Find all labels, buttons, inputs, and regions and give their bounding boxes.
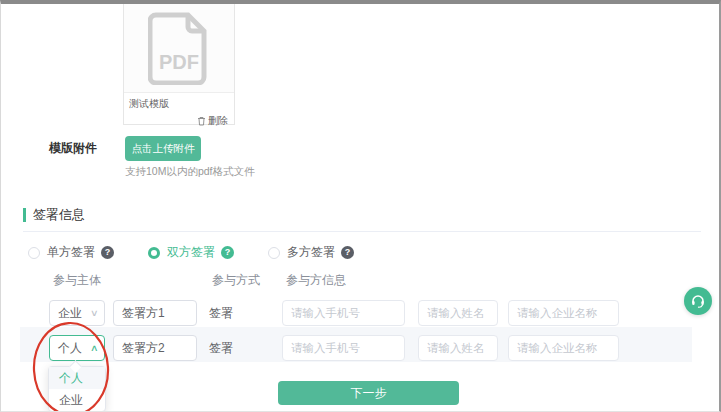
chevron-down-icon: ∨ bbox=[90, 308, 99, 318]
signer-name-input-row1[interactable] bbox=[113, 300, 197, 326]
radio-circle-icon bbox=[268, 247, 280, 259]
subject-select-row1-value: 企业 bbox=[58, 305, 82, 322]
headset-icon bbox=[690, 293, 706, 309]
phone-input-row1[interactable] bbox=[282, 300, 405, 326]
radio-two-party[interactable]: 双方签署 ? bbox=[148, 244, 234, 261]
column-header-mode: 参与方式 bbox=[212, 272, 260, 289]
section-accent-bar bbox=[23, 208, 26, 222]
dropdown-option-individual[interactable]: 个人 bbox=[49, 367, 105, 389]
question-icon[interactable]: ? bbox=[101, 246, 114, 259]
radio-multi-party[interactable]: 多方签署 ? bbox=[268, 244, 354, 261]
subject-select-row2[interactable]: 个人 ∧ bbox=[49, 335, 105, 361]
file-name: 测试模版 bbox=[124, 93, 234, 112]
upload-hint: 支持10M以内的pdf格式文件 bbox=[125, 165, 255, 179]
radio-circle-icon bbox=[148, 247, 160, 259]
chevron-up-icon: ∧ bbox=[90, 343, 99, 353]
uploaded-file-card: PDF 测试模版 删除 bbox=[123, 4, 235, 125]
delete-file-button[interactable]: 删除 bbox=[124, 112, 234, 128]
subject-select-row1[interactable]: 企业 ∨ bbox=[49, 300, 105, 326]
upload-attachment-button[interactable]: 点击上传附件 bbox=[125, 136, 201, 161]
dropdown-option-enterprise[interactable]: 企业 bbox=[49, 389, 105, 411]
pdf-file-icon: PDF bbox=[148, 11, 210, 85]
column-header-party-info: 参与方信息 bbox=[286, 272, 346, 289]
question-icon[interactable]: ? bbox=[221, 246, 234, 259]
participation-mode-row1: 签署 bbox=[209, 305, 233, 322]
next-step-button[interactable]: 下一步 bbox=[278, 381, 459, 405]
person-name-input-row1[interactable] bbox=[418, 300, 498, 326]
radio-circle-icon bbox=[28, 247, 40, 259]
column-header-subject: 参与主体 bbox=[53, 272, 101, 289]
subject-dropdown-menu: 个人 企业 bbox=[48, 366, 106, 412]
radio-multi-party-label: 多方签署 bbox=[287, 244, 335, 261]
sign-info-section-title: 签署信息 bbox=[23, 206, 85, 224]
participation-mode-row2: 签署 bbox=[209, 340, 233, 357]
company-name-input-row1[interactable] bbox=[508, 300, 619, 326]
delete-file-label: 删除 bbox=[208, 114, 228, 128]
person-name-input-row2[interactable] bbox=[418, 335, 498, 361]
subject-select-row2-value: 个人 bbox=[58, 340, 82, 357]
customer-service-button[interactable] bbox=[684, 287, 712, 315]
pdf-preview: PDF bbox=[124, 4, 234, 93]
sign-mode-radio-group: 单方签署 ? 双方签署 ? 多方签署 ? bbox=[28, 244, 354, 261]
phone-input-row2[interactable] bbox=[282, 335, 405, 361]
radio-two-party-label: 双方签署 bbox=[167, 244, 215, 261]
section-divider bbox=[23, 231, 701, 232]
attachment-field-label: 模版附件 bbox=[49, 140, 97, 157]
section-title-text: 签署信息 bbox=[33, 206, 85, 224]
question-icon[interactable]: ? bbox=[341, 246, 354, 259]
radio-single-party[interactable]: 单方签署 ? bbox=[28, 244, 114, 261]
signer-name-input-row2[interactable] bbox=[113, 335, 197, 361]
trash-icon bbox=[197, 116, 206, 126]
template-setup-page: PDF 测试模版 删除 模版附件 点击上传附件 支持10M以内的pdf格式文件 … bbox=[0, 0, 721, 412]
pdf-icon-text: PDF bbox=[159, 51, 199, 73]
company-name-input-row2[interactable] bbox=[508, 335, 619, 361]
radio-single-party-label: 单方签署 bbox=[47, 244, 95, 261]
